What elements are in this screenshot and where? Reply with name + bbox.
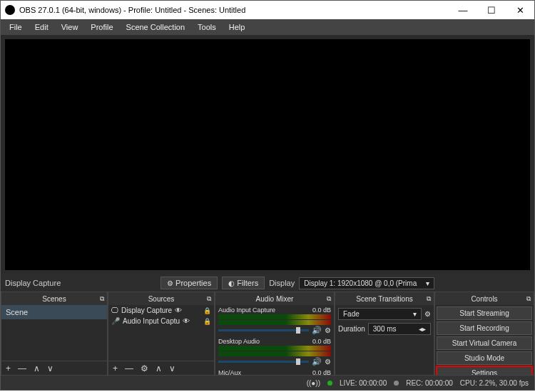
- live-indicator-icon: [327, 381, 332, 386]
- source-toolbar: Display Capture ⚙Properties ◐Filters Dis…: [1, 274, 534, 292]
- preview-area[interactable]: [5, 39, 530, 270]
- filters-button[interactable]: ◐Filters: [222, 277, 265, 289]
- menu-edit[interactable]: Edit: [29, 21, 54, 33]
- audio-mixer-panel: Audio Mixer⧉ Audio Input Capture0.0 dB 🔊…: [215, 292, 335, 376]
- controls-panel: Controls⧉ Start Streaming Start Recordin…: [434, 292, 534, 376]
- transition-select[interactable]: Fade▾: [338, 308, 422, 320]
- sources-title: Sources: [148, 295, 175, 303]
- undock-icon[interactable]: ⧉: [327, 295, 331, 303]
- statusbar: ((●)) LIVE: 00:00:00 REC: 00:00:00 CPU: …: [1, 376, 534, 390]
- undock-icon[interactable]: ⧉: [100, 295, 104, 303]
- undock-icon[interactable]: ⧉: [207, 295, 211, 303]
- undock-icon[interactable]: ⧉: [526, 295, 531, 303]
- level-meter: [218, 351, 331, 356]
- minimize-button[interactable]: —: [449, 1, 477, 19]
- level-meter: [218, 346, 331, 351]
- undock-icon[interactable]: ⧉: [427, 295, 431, 303]
- studio-mode-button[interactable]: Studio Mode: [437, 351, 532, 365]
- volume-slider[interactable]: [218, 361, 309, 363]
- source-item[interactable]: 🖵 Display Capture 👁 🔒: [108, 305, 214, 316]
- controls-title: Controls: [471, 295, 497, 303]
- settings-button[interactable]: Settings: [437, 366, 532, 375]
- scene-item[interactable]: Scene: [1, 305, 107, 319]
- start-recording-button[interactable]: Start Recording: [437, 321, 532, 335]
- chevron-down-icon: ▾: [413, 310, 417, 318]
- source-down-button[interactable]: ∨: [169, 363, 175, 373]
- mixer-item: Desktop Audio0.0 dB 🔊 ⚙: [218, 338, 331, 366]
- selected-source-label: Display Capture: [5, 279, 61, 287]
- add-scene-button[interactable]: +: [6, 363, 11, 373]
- menu-scene-collection[interactable]: Scene Collection: [121, 21, 191, 33]
- transitions-panel: Scene Transitions⧉ Fade▾ ⚙ Duration 300 …: [335, 292, 434, 376]
- scene-up-button[interactable]: ∧: [34, 363, 40, 373]
- close-button[interactable]: ✕: [506, 1, 534, 19]
- speaker-icon[interactable]: 🔊: [312, 326, 322, 335]
- duration-label: Duration: [338, 325, 365, 333]
- filter-icon: ◐: [228, 279, 235, 287]
- menu-tools[interactable]: Tools: [192, 21, 222, 33]
- stepper-icon: ◂▸: [419, 325, 426, 333]
- mic-icon: 🎤: [111, 317, 120, 325]
- display-icon: 🖵: [111, 306, 118, 314]
- source-properties-button[interactable]: ⚙: [141, 363, 148, 373]
- lock-icon[interactable]: 🔒: [203, 318, 211, 325]
- add-source-button[interactable]: +: [113, 363, 118, 373]
- rec-time: REC: 00:00:00: [406, 379, 453, 387]
- eye-icon[interactable]: 👁: [183, 317, 190, 325]
- app-icon: [5, 5, 15, 15]
- properties-button[interactable]: ⚙Properties: [160, 277, 218, 289]
- sources-panel: Sources⧉ 🖵 Display Capture 👁 🔒 🎤 Audio I…: [108, 292, 215, 376]
- menu-file[interactable]: File: [4, 21, 28, 33]
- gear-icon[interactable]: ⚙: [325, 326, 331, 334]
- maximize-button[interactable]: ☐: [477, 1, 506, 19]
- remove-scene-button[interactable]: —: [18, 363, 26, 373]
- duration-input[interactable]: 300 ms◂▸: [368, 323, 431, 335]
- start-virtual-camera-button[interactable]: Start Virtual Camera: [437, 336, 532, 350]
- mixer-item: Audio Input Capture0.0 dB 🔊 ⚙: [218, 306, 331, 335]
- remove-source-button[interactable]: —: [125, 363, 133, 373]
- display-label: Display: [269, 279, 295, 287]
- source-item[interactable]: 🎤 Audio Input Captu 👁 🔒: [108, 316, 214, 326]
- gear-icon[interactable]: ⚙: [325, 358, 331, 366]
- source-up-button[interactable]: ∧: [156, 363, 162, 373]
- chevron-down-icon: ▾: [426, 279, 429, 287]
- speaker-icon[interactable]: 🔊: [312, 357, 322, 366]
- eye-icon[interactable]: 👁: [175, 306, 182, 314]
- start-streaming-button[interactable]: Start Streaming: [437, 306, 532, 320]
- display-select[interactable]: Display 1: 1920x1080 @ 0,0 (Prima▾: [299, 277, 434, 289]
- slider-knob[interactable]: [296, 327, 300, 334]
- transitions-title: Scene Transitions: [356, 295, 413, 303]
- menu-help[interactable]: Help: [223, 21, 251, 33]
- cpu-status: CPU: 2.2%, 30.00 fps: [460, 379, 529, 387]
- mixer-title: Audio Mixer: [256, 295, 294, 303]
- mixer-item: Mic/Aux0.0 dB: [218, 369, 331, 375]
- rec-indicator-icon: [394, 381, 399, 386]
- slider-knob[interactable]: [296, 359, 300, 365]
- level-meter: [218, 320, 331, 325]
- titlebar: OBS 27.0.1 (64-bit, windows) - Profile: …: [1, 1, 534, 19]
- level-meter: [218, 314, 331, 319]
- scene-down-button[interactable]: ∨: [47, 363, 54, 373]
- gear-icon[interactable]: ⚙: [424, 310, 431, 318]
- menu-profile[interactable]: Profile: [85, 21, 118, 33]
- scenes-title: Scenes: [42, 295, 66, 303]
- volume-slider[interactable]: [218, 329, 309, 331]
- window-title: OBS 27.0.1 (64-bit, windows) - Profile: …: [19, 6, 449, 14]
- live-time: LIVE: 00:00:00: [340, 379, 387, 387]
- broadcast-icon: ((●)): [307, 379, 320, 387]
- menubar: File Edit View Profile Scene Collection …: [1, 19, 534, 35]
- gear-icon: ⚙: [167, 279, 173, 287]
- menu-view[interactable]: View: [56, 21, 84, 33]
- scenes-panel: Scenes⧉ Scene + — ∧ ∨: [1, 292, 108, 376]
- lock-icon[interactable]: 🔒: [203, 307, 211, 314]
